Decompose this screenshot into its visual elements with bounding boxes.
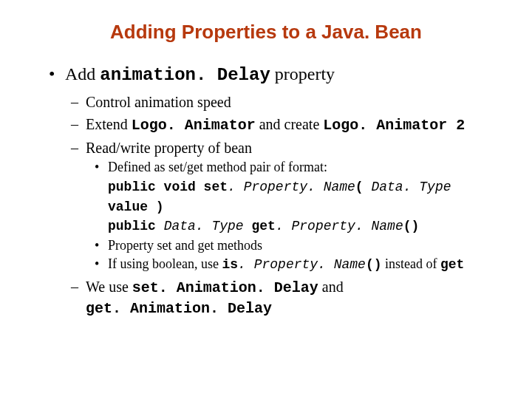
code: Logo. Animator (132, 117, 256, 134)
sub-item: We use set. Animation. Delay and get. An… (86, 277, 497, 318)
code-italic: Data. Type (164, 219, 244, 233)
code: () (366, 257, 382, 272)
text: and create (256, 116, 324, 132)
code-italic: . Property. Name (276, 219, 403, 233)
code: get. Animation. Delay (86, 300, 272, 317)
text: Read/write property of bean (86, 140, 252, 156)
text: Extend (86, 116, 132, 132)
sub-sub-item: If using boolean, use is. Property. Name… (108, 256, 497, 273)
text: Add (65, 64, 100, 83)
code: set. Animation. Delay (132, 279, 318, 296)
code-italic: . Property. Name (228, 180, 355, 194)
code: () (403, 219, 420, 233)
sub-list: Control animation speed Extend Logo. Ani… (65, 92, 497, 318)
sub-item: Read/write property of bean Defined as s… (86, 138, 497, 274)
code: ( (355, 180, 372, 194)
code: Logo. Animator 2 (323, 117, 465, 134)
sub-sub-list: Defined as set/get method pair of format… (86, 159, 497, 176)
text: We use (86, 279, 132, 295)
bullet-list: Add animation. Delay property Control an… (35, 64, 497, 318)
code-italic: Data. Type (371, 180, 451, 194)
text: and (318, 279, 344, 295)
sub-sub-list: Property set and get methods If using bo… (86, 237, 497, 274)
text: instead of (382, 256, 440, 271)
code: is (222, 257, 238, 272)
bullet-item: Add animation. Delay property Control an… (65, 64, 497, 318)
slide-title: Adding Properties to a Java. Bean (35, 21, 497, 44)
code: animation. Delay (100, 65, 270, 85)
code-line: public void set. Property. Name( Data. T… (86, 177, 497, 216)
code-line: public Data. Type get. Property. Name() (86, 216, 497, 236)
code: value ) (108, 200, 164, 214)
sub-item: Control animation speed (86, 92, 497, 112)
text: property (270, 64, 335, 83)
code: get (440, 257, 464, 272)
code: public void set (108, 180, 228, 194)
sub-sub-item: Defined as set/get method pair of format… (108, 159, 497, 176)
code: get (244, 219, 276, 233)
slide: Adding Properties to a Java. Bean Add an… (0, 0, 532, 318)
sub-sub-item: Property set and get methods (108, 237, 497, 254)
code: public (108, 219, 164, 233)
text: If using boolean, use (108, 256, 222, 271)
code-italic: . Property. Name (238, 257, 366, 272)
sub-item: Extend Logo. Animator and create Logo. A… (86, 115, 497, 135)
